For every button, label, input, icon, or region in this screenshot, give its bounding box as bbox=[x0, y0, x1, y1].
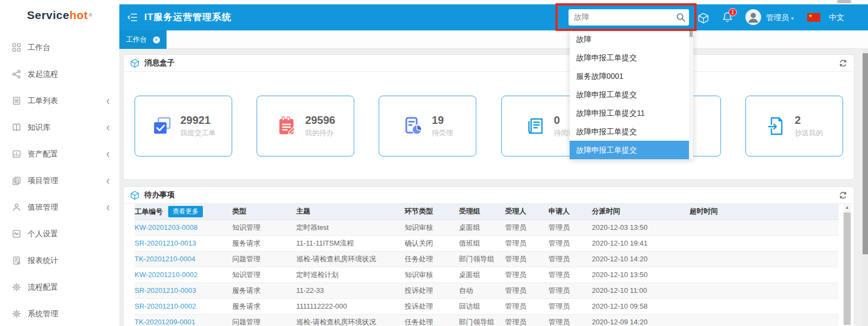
panel-title: 待办事项 bbox=[144, 190, 175, 200]
sidebar-item-personal-settings[interactable]: 个人设置 bbox=[0, 221, 119, 247]
page-scrollbar[interactable] bbox=[863, 49, 868, 326]
sidebar-item-label: 值班管理 bbox=[28, 203, 106, 212]
sidebar-item-workbench[interactable]: 工作台 bbox=[0, 34, 119, 61]
table-scrollbar-thumb[interactable] bbox=[844, 212, 851, 325]
menu-collapse-icon[interactable] bbox=[127, 12, 138, 22]
report-icon bbox=[12, 256, 21, 265]
stat-card-submitted[interactable]: 29921我提交工单 bbox=[135, 96, 232, 156]
folder-check-icon bbox=[151, 115, 173, 137]
avatar-silhouette-icon bbox=[745, 9, 761, 25]
suggestion-item[interactable]: 故障申报工单提交 bbox=[570, 48, 689, 67]
flag-star: ★ bbox=[808, 13, 813, 18]
scroll-up-arrow-icon[interactable]: ▲ bbox=[844, 204, 851, 211]
ticket-link[interactable]: KW-20201203-0008 bbox=[135, 223, 197, 231]
dropdown-scrollbar[interactable] bbox=[689, 30, 693, 159]
suggestion-item[interactable]: 故障 bbox=[570, 30, 689, 48]
main-content: 消息盒子 29921我提交工单 29596我的待办 19待受理 0待阅读 bbox=[119, 49, 868, 326]
refresh-icon[interactable] bbox=[839, 191, 847, 199]
doc-pie-icon bbox=[403, 115, 424, 137]
stat-value: 29921 bbox=[181, 114, 216, 127]
brand-logo[interactable]: Servicehot® bbox=[0, 0, 119, 30]
message-box-header: 消息盒子 bbox=[124, 55, 854, 72]
browser-corner-bar bbox=[837, 0, 851, 3]
sidebar-item-label: 工单列表 bbox=[28, 96, 106, 106]
chevron-down-icon: ▾ bbox=[791, 15, 794, 21]
page-scrollbar-thumb[interactable] bbox=[863, 53, 868, 254]
flag-icon[interactable]: ★ bbox=[807, 13, 820, 22]
sidebar-item-ticket-list[interactable]: 工单列表 ‹ bbox=[0, 87, 119, 114]
ticket-link[interactable]: SR-20201210-0002 bbox=[135, 302, 196, 310]
stat-label: 我提交工单 bbox=[181, 128, 216, 138]
user-menu[interactable]: 管理员▾ bbox=[766, 4, 794, 32]
cube-icon bbox=[130, 59, 139, 68]
sidebar-item-knowledge-base[interactable]: 知识库 ‹ bbox=[0, 114, 119, 141]
todo-table: 工单编号查看更多 类型 主题 环节类型 受理组 受理人 申请人 分派时间 超时时… bbox=[135, 204, 839, 326]
ticket-link[interactable]: TK-20201210-0004 bbox=[135, 255, 195, 263]
panel-title: 消息盒子 bbox=[144, 58, 175, 68]
sidebar-item-label: 报表统计 bbox=[28, 256, 110, 266]
newspaper-icon bbox=[525, 115, 546, 137]
col-type: 类型 bbox=[232, 204, 296, 220]
cube-icon bbox=[130, 191, 139, 200]
sidebar-item-label: 工作台 bbox=[28, 43, 110, 53]
suggestion-item[interactable]: 故障申报工单提交 bbox=[570, 85, 689, 104]
ticket-link[interactable]: SR-20201210-0003 bbox=[135, 286, 196, 294]
col-applicant: 申请人 bbox=[548, 204, 592, 220]
language-selector[interactable]: 中文 bbox=[829, 4, 844, 30]
search-icon[interactable] bbox=[675, 12, 686, 23]
user-avatar[interactable] bbox=[745, 9, 761, 25]
ticket-link[interactable]: KW-20201210-0002 bbox=[135, 271, 197, 279]
ticket-link[interactable]: SR-20201210-0013 bbox=[135, 239, 196, 247]
col-subject: 主题 bbox=[296, 204, 405, 220]
ticket-link[interactable]: TK-20201209-0001 bbox=[135, 318, 195, 326]
suggestion-item[interactable]: 故障申报工单提交 bbox=[570, 122, 689, 141]
table-row: TK-20201209-0001问题管理巡检-请检查机房环境状况任务处理部门领导… bbox=[135, 314, 839, 326]
suggestion-item[interactable]: 故障申报工单提交11 bbox=[570, 104, 689, 122]
sidebar-item-start-process[interactable]: 发起流程 bbox=[0, 61, 119, 87]
refresh-icon[interactable] bbox=[839, 59, 847, 67]
sidebar-item-process-config[interactable]: 流程配置 bbox=[0, 274, 119, 300]
stat-label: 抄送我的 bbox=[795, 128, 823, 138]
gear-icon bbox=[12, 309, 21, 318]
notification-bell[interactable]: 1 bbox=[722, 11, 735, 24]
project-docs-icon bbox=[12, 176, 21, 185]
suggestion-item-selected[interactable]: 故障申报工单提交 bbox=[570, 141, 689, 159]
sidebar-item-asset-config[interactable]: 资产配置 ‹ bbox=[0, 141, 119, 167]
stat-label: 待受理 bbox=[432, 128, 453, 138]
chevron-collapsed-icon: ‹ bbox=[106, 201, 110, 213]
grid-icon bbox=[12, 43, 21, 52]
stat-card-cc-me[interactable]: 2抄送我的 bbox=[745, 96, 843, 156]
sidebar-item-label: 流程配置 bbox=[28, 283, 110, 292]
brand-name-accent: hot bbox=[69, 9, 88, 22]
top-strip bbox=[119, 0, 868, 4]
view-more-button[interactable]: 查看更多 bbox=[168, 206, 203, 217]
col-dispatch-time: 分派时间 bbox=[592, 204, 690, 220]
app-header: IT服务运营管理系统 1 管理员▾ ★ 中文 bbox=[119, 4, 868, 30]
sidebar-item-duty-mgmt[interactable]: 值班管理 ‹ bbox=[0, 194, 119, 221]
chevron-collapsed-icon: ‹ bbox=[106, 95, 110, 106]
tab-close-icon[interactable]: × bbox=[153, 36, 160, 43]
todo-header: 待办事项 bbox=[124, 187, 854, 204]
search-suggestions-dropdown: 故障 故障申报工单提交 服务故障0001 故障申报工单提交 故障申报工单提交11… bbox=[570, 30, 693, 159]
stat-card-pending-accept[interactable]: 19待受理 bbox=[379, 96, 476, 156]
sidebar-item-system-mgmt[interactable]: 系统管理 bbox=[0, 300, 119, 326]
app-title: IT服务运营管理系统 bbox=[144, 4, 232, 30]
table-row: TK-20201210-0004问题管理巡检-请检查机房环境状况任务处理部门领导… bbox=[135, 251, 839, 267]
suggestion-item[interactable]: 服务故障0001 bbox=[570, 67, 689, 85]
asset-chart-icon bbox=[12, 149, 21, 159]
package-cube-icon[interactable] bbox=[698, 12, 709, 24]
table-scrollbar[interactable]: ▲ bbox=[844, 204, 851, 325]
stat-value: 29596 bbox=[305, 114, 335, 127]
tab-workbench[interactable]: 工作台 × bbox=[119, 30, 167, 49]
search-input[interactable] bbox=[569, 9, 672, 26]
dropdown-scrollbar-thumb[interactable] bbox=[690, 30, 693, 37]
trademark-symbol: ® bbox=[88, 12, 92, 18]
stat-card-my-todo[interactable]: 29596我的待办 bbox=[257, 96, 354, 156]
sidebar-item-label: 个人设置 bbox=[28, 229, 110, 239]
sidebar-item-report-stats[interactable]: 报表统计 bbox=[0, 247, 119, 274]
sidebar-item-project-mgmt[interactable]: 项目管理 ‹ bbox=[0, 167, 119, 194]
table-row: KW-20201210-0002知识管理定时巡检计划知识审核桌面组管理员管理员2… bbox=[135, 267, 839, 283]
table-row: SR-20201210-0003服务请求11-22-33投诉处理自动管理员管理员… bbox=[135, 283, 839, 298]
stat-value: 2 bbox=[795, 114, 823, 127]
process-gear-icon bbox=[12, 283, 21, 292]
